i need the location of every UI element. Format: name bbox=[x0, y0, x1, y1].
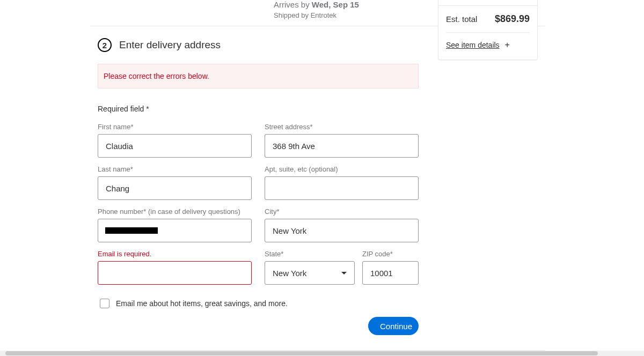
est-total-amount: $869.99 bbox=[495, 13, 530, 25]
required-field-note: Required field * bbox=[98, 105, 509, 113]
order-summary-card: (calculated once address is confirmed) E… bbox=[438, 0, 538, 60]
email-input[interactable] bbox=[98, 261, 252, 285]
phone-label: Phone number* (in case of delivery quest… bbox=[98, 207, 252, 216]
divider bbox=[446, 32, 530, 33]
zip-input[interactable] bbox=[362, 261, 419, 285]
phone-input[interactable] bbox=[98, 219, 252, 242]
continue-button[interactable]: Continue bbox=[368, 317, 419, 335]
shipped-prefix: Shipped by bbox=[274, 11, 311, 19]
state-value: New York bbox=[273, 269, 306, 278]
chevron-down-icon bbox=[341, 272, 347, 275]
arrives-prefix: Arrives by bbox=[274, 0, 312, 9]
email-optin-checkbox[interactable] bbox=[100, 299, 109, 308]
see-item-details-label: See item details bbox=[446, 41, 500, 49]
zip-label: ZIP code* bbox=[362, 250, 419, 258]
street-label: Street address* bbox=[265, 123, 419, 131]
state-label: State* bbox=[265, 250, 355, 258]
last-name-label: Last name* bbox=[98, 165, 252, 173]
city-input[interactable] bbox=[265, 219, 419, 242]
step-number-badge: 2 bbox=[98, 38, 112, 52]
plus-icon: + bbox=[505, 40, 510, 50]
email-optin-label: Email me about hot items, great savings,… bbox=[116, 299, 288, 308]
street-input[interactable] bbox=[265, 134, 419, 158]
first-name-label: First name* bbox=[98, 123, 252, 131]
shipped-by: Entrotek bbox=[311, 11, 336, 19]
horizontal-scrollbar[interactable] bbox=[0, 351, 644, 356]
step-2-title: Enter delivery address bbox=[119, 39, 221, 51]
city-label: City* bbox=[265, 207, 419, 216]
apt-input[interactable] bbox=[265, 176, 419, 200]
email-error-label: Email is required. bbox=[98, 250, 252, 258]
divider bbox=[438, 5, 537, 6]
first-name-input[interactable] bbox=[98, 134, 252, 158]
state-select[interactable]: New York bbox=[265, 261, 355, 285]
est-total-label: Est. total bbox=[446, 14, 477, 24]
arrives-date: Wed, Sep 15 bbox=[312, 0, 359, 9]
form-error-banner: Please correct the errors below. bbox=[98, 64, 419, 88]
apt-label: Apt, suite, etc (optional) bbox=[265, 165, 419, 173]
see-item-details-toggle[interactable]: See item details + bbox=[446, 40, 530, 50]
last-name-input[interactable] bbox=[98, 176, 252, 200]
scrollbar-thumb[interactable] bbox=[5, 351, 598, 355]
